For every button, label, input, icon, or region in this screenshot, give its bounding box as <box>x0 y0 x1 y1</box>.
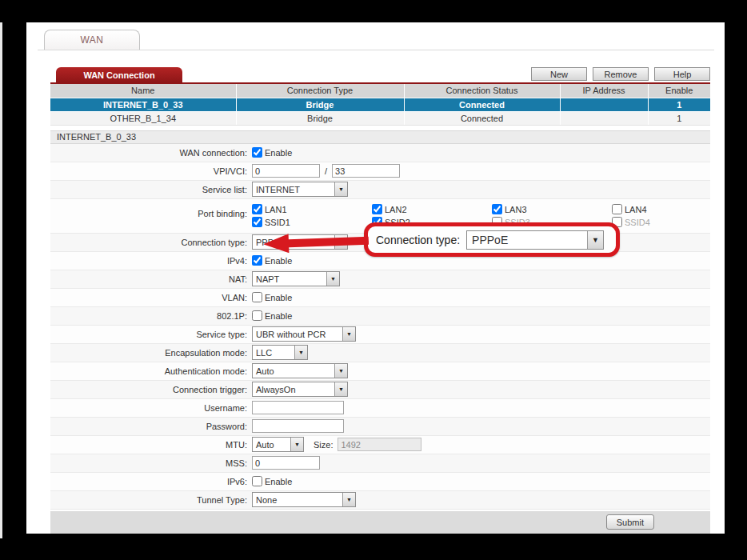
col-header-name: Name <box>50 84 236 98</box>
select-value: UBR without PCR <box>253 327 342 341</box>
wan-connection-panel: WAN Connection New Remove Help Name Conn… <box>50 67 710 534</box>
cell-ip <box>560 111 648 125</box>
lan1-label: LAN1 <box>265 205 287 214</box>
field-label: MTU: <box>50 440 252 450</box>
left-edge-strip <box>0 22 2 538</box>
cell-name: OTHER_B_1_34 <box>50 111 236 125</box>
field-label: WAN connection: <box>50 148 252 158</box>
port-binding-item: SSID4 <box>612 216 732 229</box>
ipv6-enable-checkbox[interactable] <box>252 476 262 486</box>
authentication-mode-select[interactable]: Auto ▼ <box>252 363 348 378</box>
table-row[interactable]: INTERNET_B_0_33 Bridge Connected 1 <box>50 98 710 111</box>
submit-button[interactable]: Submit <box>606 514 654 530</box>
ssid1-checkbox[interactable] <box>252 217 262 227</box>
form-row-password: Password: <box>50 418 710 436</box>
enable-label: Enable <box>265 311 292 321</box>
cell-status: Connected <box>404 111 560 125</box>
field-label: Tunnel Type: <box>50 495 252 505</box>
lan4-label: LAN4 <box>625 205 647 214</box>
lan2-checkbox[interactable] <box>372 204 382 214</box>
new-button[interactable]: New <box>531 67 587 81</box>
field-label: IPv4: <box>50 256 252 266</box>
wan-connection-enable-checkbox[interactable] <box>252 147 262 158</box>
wan-connection-title: WAN Connection <box>83 70 154 80</box>
vpi-input[interactable] <box>252 164 320 178</box>
enable-label: Enable <box>265 148 292 158</box>
form-row-tunnel-type: Tunnel Type: None ▼ <box>50 491 710 510</box>
tab-wan[interactable]: WAN <box>44 30 140 50</box>
remove-button[interactable]: Remove <box>593 67 649 81</box>
form-row-mss: MSS: <box>50 454 710 473</box>
select-value: LLC <box>253 346 294 359</box>
port-binding-item: LAN1 <box>252 203 372 216</box>
field-label: NAT: <box>50 274 252 284</box>
form-row-service-list: Service list: INTERNET ▼ <box>50 181 710 199</box>
select-value: NAPT <box>253 272 326 286</box>
table-row[interactable]: OTHER_B_1_34 Bridge Connected 1 <box>50 111 710 125</box>
port-binding-item: LAN3 <box>492 203 612 216</box>
field-label: Port binding: <box>50 199 252 218</box>
form-row-vpi-vci: VPI/VCI: / <box>50 162 710 181</box>
enable-label: Enable <box>265 293 292 302</box>
tunnel-type-select[interactable]: None ▼ <box>252 492 356 507</box>
form-row-authentication-mode: Authentication mode: Auto ▼ <box>50 362 710 381</box>
chevron-down-icon: ▼ <box>334 364 347 378</box>
select-value: None <box>253 493 342 506</box>
col-header-status: Connection Status <box>404 84 560 98</box>
callout-connection-type-select[interactable]: PPPoE ▼ <box>466 230 604 250</box>
nat-select[interactable]: NAPT ▼ <box>252 271 340 286</box>
form-row-mtu: MTU: Auto ▼ Size: <box>50 436 710 454</box>
vlan-enable-checkbox[interactable] <box>252 292 262 302</box>
screenshot-root: { "colors": { "accent_red": "#8e1617", "… <box>0 0 747 560</box>
vci-input[interactable] <box>332 164 400 178</box>
username-input[interactable] <box>252 401 344 414</box>
lan4-checkbox[interactable] <box>612 204 622 214</box>
field-label: Password: <box>50 422 252 431</box>
cell-enable: 1 <box>648 98 710 111</box>
form-row-ipv6: IPv6: Enable <box>50 473 710 491</box>
enable-label: Enable <box>265 477 292 486</box>
form-row-username: Username: <box>50 399 710 418</box>
form-footer: Submit <box>50 511 710 534</box>
field-label: 802.1P: <box>50 311 252 321</box>
help-button[interactable]: Help <box>654 67 710 81</box>
encapsulation-mode-select[interactable]: LLC ▼ <box>252 345 308 360</box>
chevron-down-icon: ▼ <box>326 272 339 286</box>
ipv4-enable-checkbox[interactable] <box>252 255 262 266</box>
8021p-enable-checkbox[interactable] <box>252 310 262 321</box>
lan3-checkbox[interactable] <box>492 204 502 214</box>
field-label: IPv6: <box>50 477 252 486</box>
lan1-checkbox[interactable] <box>252 204 262 214</box>
field-label: Username: <box>50 403 252 413</box>
mtu-size-label: Size: <box>314 440 333 450</box>
section-title-bar: INTERNET_B_0_33 <box>50 130 710 144</box>
select-value: PPPoE <box>467 231 587 249</box>
password-input[interactable] <box>252 419 344 433</box>
ssid4-label: SSID4 <box>625 218 650 227</box>
chevron-down-icon: ▼ <box>342 327 355 341</box>
form-row-nat: NAT: NAPT ▼ <box>50 270 710 289</box>
chevron-down-icon: ▼ <box>342 493 355 506</box>
service-list-select[interactable]: INTERNET ▼ <box>252 182 348 197</box>
field-label: VPI/VCI: <box>50 166 252 176</box>
col-header-type: Connection Type <box>236 84 404 98</box>
connection-trigger-select[interactable]: AlwaysOn ▼ <box>252 382 348 397</box>
wan-connection-section-tab[interactable]: WAN Connection <box>56 67 182 82</box>
field-label: Encapsulation mode: <box>50 348 252 358</box>
select-value: Auto <box>253 364 334 378</box>
form-row-wan-connection: WAN connection: Enable <box>50 144 710 162</box>
form-row-encapsulation-mode: Encapsulation mode: LLC ▼ <box>50 344 710 362</box>
table-header-row: Name Connection Type Connection Status I… <box>50 84 710 98</box>
mtu-select[interactable]: Auto ▼ <box>252 437 304 452</box>
service-type-select[interactable]: UBR without PCR ▼ <box>252 326 356 342</box>
tab-wan-label: WAN <box>80 34 103 46</box>
connection-type-callout: Connection type: PPPoE ▼ <box>364 222 620 257</box>
cell-status: Connected <box>404 98 560 111</box>
form-row-service-type: Service type: UBR without PCR ▼ <box>50 326 710 344</box>
cell-enable: 1 <box>648 111 710 125</box>
mss-input[interactable] <box>252 456 320 470</box>
port-binding-item: SSID1 <box>252 216 372 229</box>
form-row-8021p: 802.1P: Enable <box>50 307 710 326</box>
field-label: Service type: <box>50 330 252 339</box>
ssid1-label: SSID1 <box>265 218 290 227</box>
